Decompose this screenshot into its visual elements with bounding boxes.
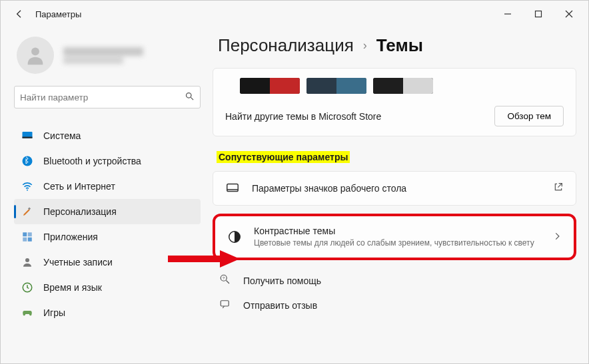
account-text — [63, 47, 143, 64]
help-link[interactable]: ? Получить помощь — [215, 268, 576, 293]
nav-label: Персонализация — [43, 206, 117, 217]
sidebar-item-system[interactable]: Система — [14, 123, 201, 148]
maximize-button[interactable] — [523, 3, 554, 25]
nav-label: Учетные записи — [43, 257, 113, 268]
nav-label: Система — [43, 130, 81, 141]
row-subtitle: Цветовые темы для людей со слабым зрение… — [254, 238, 540, 248]
link-label: Получить помощь — [243, 275, 321, 286]
svg-rect-14 — [23, 238, 27, 242]
link-list: ? Получить помощь Отправить отзыв — [213, 268, 576, 317]
svg-line-6 — [191, 97, 193, 100]
feedback-icon — [219, 298, 233, 312]
person-icon — [21, 256, 34, 269]
nav-label: Время и язык — [43, 282, 102, 293]
svg-text:?: ? — [223, 276, 225, 280]
svg-rect-15 — [28, 238, 32, 242]
theme-thumbnails — [225, 78, 564, 94]
breadcrumb-current: Темы — [376, 35, 423, 56]
contrast-icon — [227, 230, 242, 244]
row-title: Контрастные темы — [254, 226, 540, 236]
sidebar-item-bluetooth[interactable]: Bluetooth и устройства — [14, 148, 201, 174]
svg-rect-18 — [227, 184, 239, 192]
svg-point-5 — [187, 93, 192, 98]
related-heading: Сопутствующие параметры — [217, 151, 350, 163]
apps-icon — [21, 230, 34, 244]
feedback-link[interactable]: Отправить отзыв — [215, 293, 576, 317]
svg-rect-11 — [28, 207, 31, 210]
store-row: Найти другие темы в Microsoft Store Обзо… — [225, 106, 564, 126]
main-content: Персонализация › Темы Найти другие темы … — [207, 27, 588, 363]
avatar — [17, 37, 54, 74]
desktop-icon — [225, 181, 240, 196]
svg-rect-12 — [23, 232, 27, 236]
theme-thumb[interactable] — [306, 78, 366, 94]
row-desktop-icons[interactable]: Параметры значков рабочего стола — [213, 171, 576, 206]
row-title: Параметры значков рабочего стола — [252, 183, 541, 194]
nav-label: Игры — [43, 307, 65, 318]
settings-window: Параметры — [0, 0, 589, 364]
themes-card: Найти другие темы в Microsoft Store Обзо… — [213, 68, 576, 136]
store-text: Найти другие темы в Microsoft Store — [225, 111, 381, 122]
sidebar-item-network[interactable]: Сеть и Интернет — [14, 174, 201, 199]
bluetooth-icon — [21, 154, 34, 168]
svg-point-10 — [27, 190, 28, 191]
svg-rect-13 — [28, 232, 32, 236]
search-input[interactable] — [20, 92, 185, 102]
svg-point-16 — [25, 258, 29, 262]
nav-label: Сеть и Интернет — [43, 181, 115, 192]
chevron-right-icon: › — [363, 39, 367, 53]
monitor-icon — [21, 129, 34, 142]
minimize-button[interactable] — [492, 3, 523, 25]
window-title: Параметры — [35, 9, 81, 19]
sidebar-item-personalization[interactable]: Персонализация — [14, 199, 201, 224]
breadcrumb-parent[interactable]: Персонализация — [218, 35, 354, 56]
sidebar-item-accounts[interactable]: Учетные записи — [14, 250, 201, 275]
clock-icon — [21, 281, 34, 294]
nav-list: Система Bluetooth и устройства Сеть и Ин… — [14, 123, 201, 325]
theme-thumb[interactable] — [240, 78, 300, 94]
browse-themes-button[interactable]: Обзор тем — [494, 106, 564, 126]
wifi-icon — [21, 180, 34, 193]
titlebar: Параметры — [1, 1, 588, 27]
sidebar-item-time[interactable]: Время и язык — [14, 275, 201, 300]
search-box[interactable] — [14, 86, 201, 108]
sidebar-item-apps[interactable]: Приложения — [14, 224, 201, 250]
sidebar-item-games[interactable]: Игры — [14, 300, 201, 325]
nav-label: Bluetooth и устройства — [43, 156, 141, 166]
svg-rect-8 — [23, 137, 33, 138]
svg-rect-23 — [221, 301, 229, 306]
link-label: Отправить отзыв — [243, 300, 317, 311]
row-contrast-themes[interactable]: Контрастные темы Цветовые темы для людей… — [213, 214, 576, 260]
close-button[interactable] — [554, 3, 584, 25]
nav-label: Приложения — [43, 232, 98, 242]
chevron-right-icon — [552, 232, 562, 243]
account-block[interactable] — [14, 33, 201, 86]
breadcrumb: Персонализация › Темы — [218, 35, 576, 56]
help-icon: ? — [219, 273, 233, 287]
back-button[interactable] — [10, 5, 29, 23]
brush-icon — [21, 205, 34, 218]
gamepad-icon — [21, 306, 34, 319]
search-icon — [185, 91, 195, 103]
theme-thumb[interactable] — [373, 78, 433, 94]
svg-point-4 — [31, 47, 39, 55]
svg-rect-1 — [536, 11, 542, 17]
sidebar: Система Bluetooth и устройства Сеть и Ин… — [1, 27, 207, 363]
external-link-icon — [553, 182, 564, 195]
